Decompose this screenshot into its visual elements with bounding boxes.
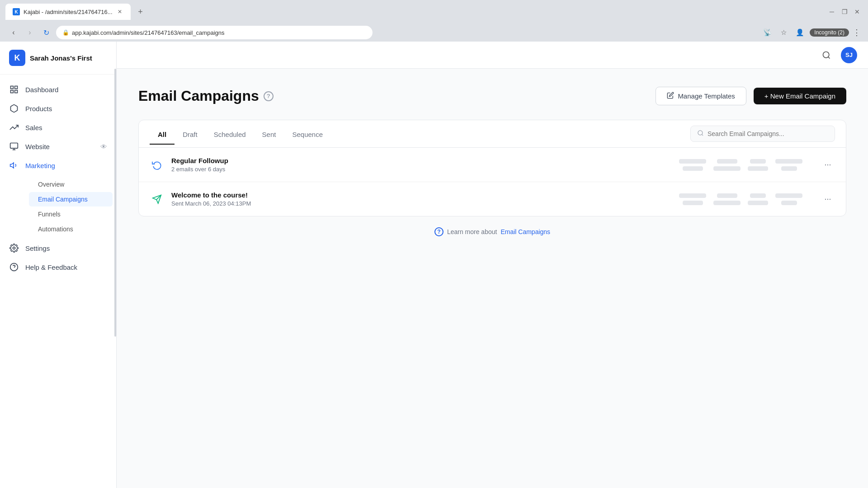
campaign-more-button[interactable]: ··· [821, 158, 835, 172]
marketing-icon [9, 160, 19, 170]
help-label: Help & Feedback [25, 263, 77, 271]
page-help-icon[interactable]: ? [264, 91, 274, 101]
subnav-overview[interactable]: Overview [29, 177, 113, 192]
main-content: SJ Email Campaigns ? [117, 42, 868, 488]
footer-info: ? Learn more about Email Campaigns [138, 216, 846, 247]
search-input[interactable] [708, 130, 828, 137]
campaign-sub: 2 emails over 6 days [171, 166, 379, 173]
settings-label: Settings [25, 244, 50, 252]
sidebar-item-products[interactable]: Products [0, 99, 116, 118]
sidebar-item-marketing[interactable]: Marketing [0, 156, 116, 175]
website-eye-icon: 👁 [100, 143, 107, 150]
sales-icon [9, 122, 19, 132]
stat-skeleton [683, 201, 703, 205]
browser-menu-button[interactable]: ⋮ [853, 28, 861, 38]
new-email-campaign-button[interactable]: + New Email Campaign [754, 88, 846, 104]
sidebar-item-settings[interactable]: Settings [0, 239, 116, 258]
sidebar-logo[interactable]: K [9, 50, 25, 66]
tab-close-button[interactable]: ✕ [116, 8, 123, 15]
browser-chrome: K Kajabi - /admin/sites/214764716... ✕ +… [0, 0, 868, 23]
stat-group [748, 159, 768, 171]
stat-skeleton [748, 201, 768, 205]
tab-sent[interactable]: Sent [254, 123, 284, 145]
search-bar[interactable] [690, 126, 835, 142]
restore-button[interactable]: ❐ [839, 6, 850, 17]
svg-rect-3 [15, 90, 18, 93]
footer-help-icon: ? [434, 227, 443, 236]
campaign-info: Regular Followup 2 emails over 6 days [171, 157, 379, 173]
campaign-more-button[interactable]: ··· [821, 192, 835, 206]
sidebar-item-sales[interactable]: Sales [0, 118, 116, 137]
settings-icon [9, 243, 19, 253]
stat-skeleton [748, 166, 768, 171]
profile-icon[interactable]: 👤 [793, 26, 806, 39]
sidebar-item-website[interactable]: Website 👁 [0, 137, 116, 156]
avatar[interactable]: SJ [841, 47, 857, 63]
stat-skeleton [717, 159, 737, 164]
back-button[interactable]: ‹ [7, 26, 20, 39]
svg-rect-4 [10, 143, 18, 149]
tab-scheduled[interactable]: Scheduled [206, 123, 254, 145]
svg-point-11 [823, 52, 829, 57]
sidebar: K Sarah Jonas's First Dashboard [0, 42, 117, 488]
app-layout: K Sarah Jonas's First Dashboard [0, 42, 868, 488]
stat-group [775, 193, 802, 205]
tab-all[interactable]: All [150, 123, 175, 145]
subnav-automations[interactable]: Automations [29, 222, 113, 236]
sidebar-brand: Sarah Jonas's First [30, 54, 92, 62]
new-tab-button[interactable]: + [134, 5, 147, 18]
sales-label: Sales [25, 124, 42, 131]
forward-button[interactable]: › [24, 26, 36, 39]
campaign-stats [387, 159, 813, 171]
svg-rect-2 [11, 90, 14, 93]
subnav-email-campaigns[interactable]: Email Campaigns [29, 192, 113, 206]
sequence-icon [150, 158, 164, 172]
tabs: All Draft Scheduled Sent Sequence [150, 123, 331, 145]
tab-draft[interactable]: Draft [175, 123, 206, 145]
address-bar[interactable]: 🔒 app.kajabi.com/admin/sites/2147647163/… [56, 26, 373, 39]
svg-rect-0 [11, 86, 14, 89]
window-controls: ─ ❐ ✕ [826, 6, 863, 17]
stat-skeleton [775, 159, 802, 164]
browser-actions: 📡 ☆ 👤 Incognito (2) ⋮ [761, 26, 861, 39]
cast-icon[interactable]: 📡 [761, 26, 774, 39]
campaign-name: Welcome to the course! [171, 191, 379, 199]
incognito-badge[interactable]: Incognito (2) [810, 28, 849, 37]
bookmark-icon[interactable]: ☆ [777, 26, 790, 39]
tab-sequence[interactable]: Sequence [284, 123, 331, 145]
marketing-subnav: Overview Email Campaigns Funnels Automat… [0, 175, 116, 239]
subnav-funnels[interactable]: Funnels [29, 207, 113, 221]
stat-skeleton [683, 166, 703, 171]
svg-point-8 [13, 247, 15, 249]
reload-button[interactable]: ↻ [40, 26, 52, 39]
campaign-list: Regular Followup 2 emails over 6 days [139, 148, 846, 216]
stat-group [679, 193, 706, 205]
help-icon [9, 262, 19, 272]
manage-templates-button[interactable]: Manage Templates [656, 87, 746, 105]
sidebar-scrollbar[interactable] [114, 69, 116, 337]
pencil-icon [667, 92, 674, 100]
email-campaigns-link[interactable]: Email Campaigns [500, 228, 550, 235]
sidebar-item-help[interactable]: Help & Feedback [0, 258, 116, 277]
search-icon [697, 130, 704, 138]
sidebar-nav: Dashboard Products Sales [0, 75, 116, 488]
sidebar-item-dashboard[interactable]: Dashboard [0, 80, 116, 99]
learn-more-text: Learn more about [447, 228, 497, 235]
close-window-button[interactable]: ✕ [852, 6, 863, 17]
website-icon [9, 141, 19, 151]
campaign-panel: All Draft Scheduled Sent Sequence [138, 120, 846, 216]
minimize-button[interactable]: ─ [826, 6, 837, 17]
header-actions: SJ [819, 47, 857, 63]
search-button[interactable] [819, 48, 834, 62]
svg-marker-7 [10, 163, 14, 168]
browser-tab[interactable]: K Kajabi - /admin/sites/214764716... ✕ [5, 4, 131, 20]
stat-skeleton [713, 166, 741, 171]
products-label: Products [25, 105, 52, 113]
table-row: Regular Followup 2 emails over 6 days [139, 148, 846, 182]
tabs-row: All Draft Scheduled Sent Sequence [139, 120, 846, 148]
campaign-info: Welcome to the course! Sent March 06, 20… [171, 191, 379, 207]
website-label: Website [25, 143, 50, 150]
tab-favicon: K [13, 8, 20, 15]
page-title-group: Email Campaigns ? [138, 88, 274, 104]
dashboard-icon [9, 84, 19, 94]
